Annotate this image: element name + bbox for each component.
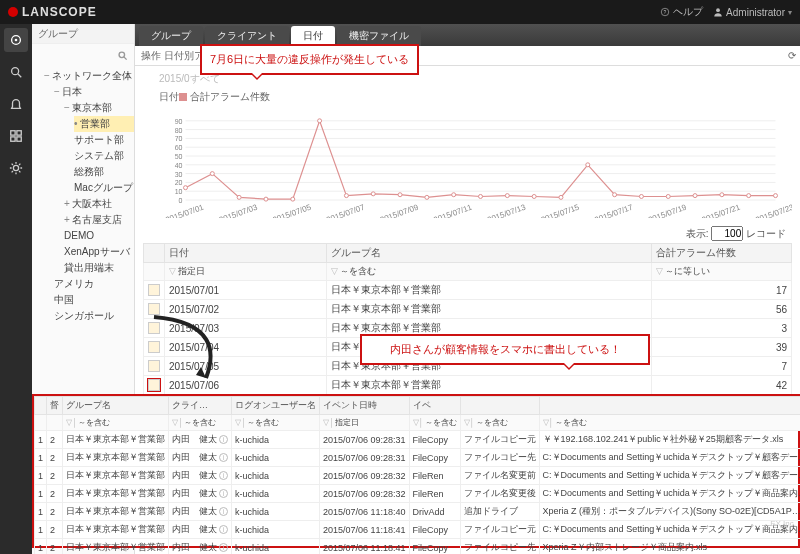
alarm-detail-table: 督 グループ名 クライ… ログオンユーザー名 イベント日時 イベ (KB) アラ…	[34, 396, 800, 554]
sidebar-grid-icon[interactable]	[4, 124, 28, 148]
tree-eigyo[interactable]: •営業部	[74, 116, 134, 132]
svg-point-50	[613, 193, 617, 197]
user-menu[interactable]: Administrator ▾	[713, 7, 792, 18]
tab-group[interactable]: グループ	[139, 26, 203, 46]
row-icon	[148, 303, 160, 315]
chart-area: 2015/0すべて 日付 合計アラーム件数 010203040506070809…	[135, 66, 800, 224]
sidebar-settings-icon[interactable]	[4, 156, 28, 180]
info-icon[interactable]: i	[219, 543, 228, 552]
svg-point-4	[15, 39, 18, 42]
tree-japan[interactable]: −日本 −東京本部 •営業部 サポート部 システム部 総務部 Macグループ	[54, 84, 134, 276]
table-row[interactable]: 12日本￥東京本部￥営業部内田 健太ik-uchida2015/07/06 09…	[35, 467, 801, 485]
svg-point-11	[13, 165, 18, 170]
tree-kashidashi[interactable]: 貸出用端末	[64, 260, 134, 276]
page-size-input[interactable]	[711, 226, 743, 241]
svg-text:2015/07/17: 2015/07/17	[593, 202, 634, 218]
tree-osaka[interactable]: +大阪本社	[64, 196, 134, 212]
table-row[interactable]: 12日本￥東京本部￥営業部内田 健太ik-uchida2015/07/06 09…	[35, 485, 801, 503]
col-date[interactable]: 日付	[165, 244, 327, 263]
footer-copyright: EX Inc.	[770, 519, 796, 528]
refresh-icon[interactable]: ⟳	[788, 46, 796, 66]
table-row[interactable]: 12日本￥東京本部￥営業部内田 健太ik-uchida2015/07/06 11…	[35, 539, 801, 555]
tree-system[interactable]: システム部	[74, 148, 134, 164]
sidebar-target-icon[interactable]	[4, 28, 28, 52]
svg-text:2015/07/09: 2015/07/09	[379, 202, 420, 218]
svg-text:60: 60	[175, 144, 183, 151]
svg-point-40	[344, 194, 348, 198]
svg-point-39	[318, 119, 322, 123]
line-chart: 01020304050607080902015/07/012015/07/032…	[151, 108, 792, 218]
alarm-summary-table-wrap: 表示: レコード 日付 グループ名 合計アラーム件数 指定日 ～を含む	[135, 224, 800, 414]
tree-root[interactable]: −ネットワーク全体 −日本 −東京本部 •営業部 サポート部 システム部 総務部	[44, 68, 134, 324]
filter-group[interactable]: ～を含む	[326, 263, 651, 281]
callout-chart: 7月6日に大量の違反操作が発生している	[200, 44, 419, 75]
svg-text:40: 40	[175, 162, 183, 169]
info-icon[interactable]: i	[219, 507, 228, 516]
tree-mac[interactable]: Macグループ	[74, 180, 134, 196]
info-icon[interactable]: i	[219, 435, 228, 444]
svg-text:2015/07/21: 2015/07/21	[701, 202, 742, 218]
col-group[interactable]: グループ名	[326, 244, 651, 263]
col-ev[interactable]: イベ	[409, 397, 460, 415]
user-icon	[713, 7, 723, 17]
col-path[interactable]	[539, 397, 800, 415]
svg-point-42	[398, 193, 402, 197]
topbar: LANSCOPE ? ヘルプ Administrator ▾	[0, 0, 800, 24]
table-row[interactable]: 2015/07/01日本￥東京本部￥営業部17	[144, 281, 792, 300]
table-row[interactable]: 12日本￥東京本部￥営業部内田 健太ik-uchida2015/07/06 09…	[35, 449, 801, 467]
svg-point-34	[184, 186, 188, 190]
svg-text:2015/07/05: 2015/07/05	[272, 202, 313, 218]
col-evtime[interactable]: イベント日時	[320, 397, 410, 415]
tree-demo[interactable]: DEMO	[64, 228, 134, 244]
tree-singapore[interactable]: シンガポール	[54, 308, 134, 324]
table-row[interactable]: 12日本￥東京本部￥営業部内田 健太ik-uchida2015/07/06 11…	[35, 521, 801, 539]
help-label: ヘルプ	[673, 5, 703, 19]
tree-tokyo[interactable]: −東京本部 •営業部 サポート部 システム部 総務部 Macグループ	[64, 100, 134, 196]
chevron-down-icon: ▾	[788, 8, 792, 17]
group-panel-search[interactable]	[32, 44, 134, 66]
svg-point-12	[119, 52, 125, 58]
sidebar	[0, 24, 32, 554]
table-row[interactable]: 2015/07/02日本￥東京本部￥営業部56	[144, 300, 792, 319]
table-row[interactable]: 12日本￥東京本部￥営業部内田 健太ik-uchida2015/07/06 11…	[35, 503, 801, 521]
help-link[interactable]: ? ヘルプ	[660, 5, 703, 19]
tree-support[interactable]: サポート部	[74, 132, 134, 148]
info-icon[interactable]: i	[219, 489, 228, 498]
svg-text:30: 30	[175, 171, 183, 178]
svg-text:2015/07/13: 2015/07/13	[486, 202, 527, 218]
chart-label: 日付	[159, 90, 179, 104]
tree-china[interactable]: 中国	[54, 292, 134, 308]
tab-client[interactable]: クライアント	[205, 26, 289, 46]
svg-text:90: 90	[175, 118, 183, 125]
col-c7[interactable]	[460, 397, 539, 415]
tree-xenapp[interactable]: XenAppサーバ	[64, 244, 134, 260]
svg-text:2015/07/19: 2015/07/19	[647, 202, 688, 218]
col-user[interactable]: ログオンユーザー名	[232, 397, 320, 415]
info-icon[interactable]: i	[219, 471, 228, 480]
filter-date[interactable]: 指定日	[165, 263, 327, 281]
tree-nagoya[interactable]: +名古屋支店	[64, 212, 134, 228]
tree-soumu[interactable]: 総務部	[74, 164, 134, 180]
col-total[interactable]: 合計アラーム件数	[652, 244, 792, 263]
brand-dot-icon	[8, 7, 18, 17]
col-client[interactable]: クライ…	[169, 397, 232, 415]
svg-text:2015/07/23: 2015/07/23	[754, 202, 792, 218]
col-group2[interactable]: グループ名	[63, 397, 169, 415]
row-icon	[148, 284, 160, 296]
table-row[interactable]: 12日本￥東京本部￥営業部内田 健太ik-uchida2015/07/06 09…	[35, 431, 801, 449]
info-icon[interactable]: i	[219, 525, 228, 534]
svg-text:2015/07/11: 2015/07/11	[432, 202, 473, 218]
col-n1[interactable]	[35, 397, 47, 415]
tab-secret-file[interactable]: 機密ファイル	[337, 26, 421, 46]
col-n2[interactable]: 督	[47, 397, 63, 415]
filter-total[interactable]: ～に等しい	[652, 263, 792, 281]
sidebar-search-icon[interactable]	[4, 60, 28, 84]
svg-point-48	[559, 195, 563, 199]
table-row[interactable]: 2015/07/06日本￥東京本部￥営業部42	[144, 376, 792, 395]
sidebar-bell-icon[interactable]	[4, 92, 28, 116]
tree-america[interactable]: アメリカ	[54, 276, 134, 292]
info-icon[interactable]: i	[219, 453, 228, 462]
search-icon	[117, 50, 128, 61]
tab-date[interactable]: 日付	[291, 26, 335, 46]
brand: LANSCOPE	[8, 5, 97, 19]
